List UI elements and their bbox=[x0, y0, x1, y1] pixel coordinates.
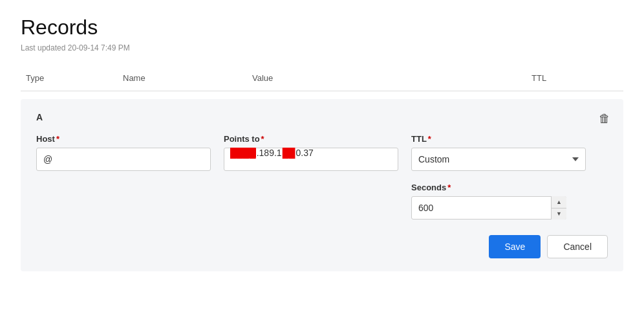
cancel-button[interactable]: Cancel bbox=[547, 235, 608, 258]
ttl-required-star: * bbox=[428, 134, 431, 144]
spin-buttons: ▲ ▼ bbox=[551, 196, 566, 220]
table-header: Type Name Value TTL bbox=[21, 65, 623, 91]
ttl-row: Seconds* ▲ ▼ bbox=[36, 183, 608, 220]
host-input[interactable] bbox=[36, 148, 211, 171]
ttl-field-group: TTL* Automatic Custom 300 600 900 1800 3… bbox=[411, 134, 586, 171]
record-card: 🗑 A Host* Points to* ████.189.1██0.37 TT… bbox=[21, 99, 623, 271]
delete-icon: 🗑 bbox=[599, 112, 610, 125]
last-updated: Last updated 20-09-14 7:49 PM bbox=[21, 43, 623, 52]
host-required-star: * bbox=[56, 134, 59, 144]
points-to-input[interactable] bbox=[224, 148, 398, 171]
points-to-label: Points to* bbox=[224, 134, 398, 144]
points-to-required-star: * bbox=[261, 134, 264, 144]
col-value: Value bbox=[247, 71, 526, 85]
fields-row: Host* Points to* ████.189.1██0.37 TTL* A… bbox=[36, 134, 608, 171]
actions-row: Save Cancel bbox=[36, 235, 608, 258]
seconds-label: Seconds* bbox=[411, 183, 566, 192]
host-label: Host* bbox=[36, 134, 211, 144]
spin-up-button[interactable]: ▲ bbox=[552, 196, 566, 209]
host-field-group: Host* bbox=[36, 134, 211, 171]
col-type: Type bbox=[21, 71, 118, 85]
seconds-input-wrapper: ▲ ▼ bbox=[411, 196, 566, 220]
col-ttl: TTL bbox=[526, 71, 623, 85]
points-to-field-group: Points to* ████.189.1██0.37 bbox=[224, 134, 398, 171]
ttl-select-wrapper: Automatic Custom 300 600 900 1800 3600 bbox=[411, 148, 586, 171]
col-name: Name bbox=[118, 71, 247, 85]
records-page: Records Last updated 20-09-14 7:49 PM Ty… bbox=[0, 0, 644, 327]
ttl-select[interactable]: Automatic Custom 300 600 900 1800 3600 bbox=[411, 148, 586, 171]
seconds-field-group: Seconds* ▲ ▼ bbox=[411, 183, 566, 220]
page-title: Records bbox=[21, 16, 623, 39]
save-button[interactable]: Save bbox=[489, 235, 541, 258]
seconds-required-star: * bbox=[447, 183, 451, 192]
seconds-input[interactable] bbox=[411, 196, 566, 220]
spin-down-button[interactable]: ▼ bbox=[552, 209, 566, 220]
delete-button[interactable]: 🗑 bbox=[596, 109, 613, 128]
ttl-label: TTL* bbox=[411, 134, 586, 144]
record-type: A bbox=[36, 112, 608, 122]
